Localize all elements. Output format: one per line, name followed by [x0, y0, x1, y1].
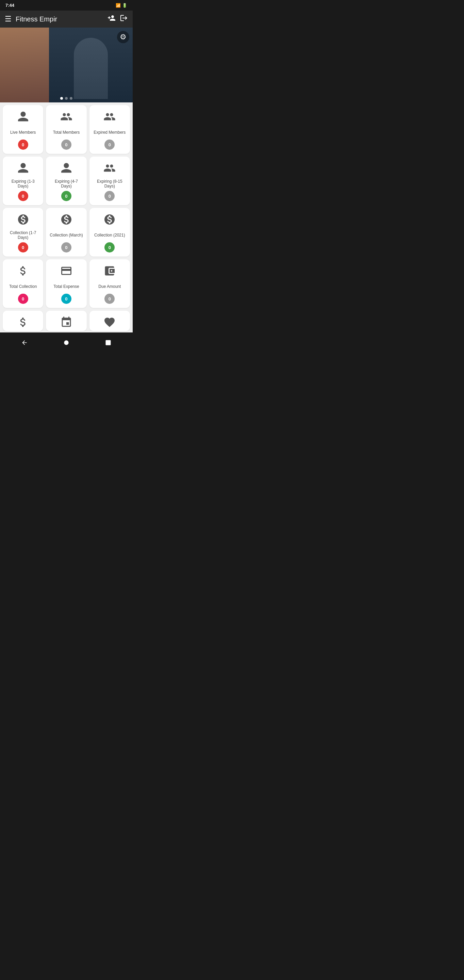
time: 7:44 — [5, 3, 14, 8]
expiring-4-7-label: Expiring (4-7 Days) — [49, 179, 83, 189]
total-members-icon — [60, 111, 73, 124]
live-members-label: Live Members — [10, 127, 36, 137]
card-collection-1-7[interactable]: Collection (1-7 Days) 0 — [3, 208, 43, 256]
dashboard-grid: Live Members 0 Total Members 0 Expired M… — [0, 102, 133, 311]
collection-2021-label: Collection (2021) — [94, 230, 125, 240]
due-amount-icon — [103, 265, 116, 279]
dot-3 — [70, 97, 73, 100]
total-expense-badge: 0 — [61, 294, 72, 304]
collection-march-badge: 0 — [61, 242, 72, 253]
bottom-navigation — [0, 332, 133, 353]
back-button[interactable] — [18, 336, 31, 350]
card-extra-3[interactable] — [89, 311, 130, 331]
banner: ⚙ — [0, 27, 133, 102]
dot-1 — [60, 97, 63, 100]
total-expense-label: Total Expense — [53, 282, 79, 292]
due-amount-label: Due Amount — [98, 282, 121, 292]
card-expiring-1-3[interactable]: Expiring (1-3 Days) 0 — [3, 156, 43, 205]
svg-point-0 — [64, 340, 68, 345]
due-amount-badge: 0 — [105, 294, 114, 304]
card-expiring-4-7[interactable]: Expiring (4-7 Days) 0 — [46, 156, 86, 205]
expiring-8-15-badge: 0 — [105, 191, 114, 201]
card-collection-2021[interactable]: Collection (2021) 0 — [89, 208, 130, 256]
live-members-icon — [17, 111, 29, 124]
card-total-expense[interactable]: Total Expense 0 — [46, 259, 86, 308]
card-collection-march[interactable]: Collection (March) 0 — [46, 208, 86, 256]
total-collection-label: Total Collection — [9, 282, 37, 292]
expiring-8-15-label: Expiring (8-15 Days) — [93, 179, 127, 189]
live-members-badge: 0 — [18, 140, 28, 150]
card-due-amount[interactable]: Due Amount 0 — [89, 259, 130, 308]
add-user-icon[interactable] — [108, 14, 116, 24]
settings-icon[interactable]: ⚙ — [117, 31, 129, 43]
bottom-row-partial — [0, 311, 133, 332]
card-live-members[interactable]: Live Members 0 — [3, 105, 43, 154]
collection-2021-icon — [103, 213, 116, 227]
card-extra-1[interactable] — [3, 311, 43, 331]
expired-members-icon — [103, 111, 116, 124]
expiring-4-7-badge: 0 — [61, 191, 72, 201]
total-collection-icon — [17, 265, 29, 279]
recents-button[interactable] — [102, 336, 115, 350]
total-members-badge: 0 — [61, 140, 72, 150]
banner-figure — [74, 38, 108, 99]
dot-2 — [65, 97, 68, 100]
collection-march-label: Collection (March) — [50, 230, 83, 240]
expired-members-label: Expired Members — [94, 127, 126, 137]
app-title: Fitness Empir — [16, 15, 103, 23]
extra-3-icon — [103, 316, 116, 330]
top-nav: ☰ Fitness Empir — [0, 11, 133, 27]
home-button[interactable] — [60, 336, 73, 350]
card-expired-members[interactable]: Expired Members 0 — [89, 105, 130, 154]
banner-dots — [60, 97, 73, 100]
collection-1-7-label: Collection (1-7 Days) — [6, 230, 40, 240]
logout-icon[interactable] — [120, 14, 128, 24]
status-bar: 7:44 📶 🔋 — [0, 0, 133, 11]
collection-1-7-badge: 0 — [18, 242, 28, 253]
expiring-8-15-icon — [103, 162, 116, 176]
svg-rect-1 — [106, 340, 111, 345]
menu-icon[interactable]: ☰ — [5, 14, 11, 24]
collection-2021-badge: 0 — [105, 242, 114, 253]
card-extra-2[interactable] — [46, 311, 86, 331]
status-icons: 📶 🔋 — [116, 3, 127, 8]
total-collection-badge: 0 — [18, 294, 28, 304]
banner-left-panel — [0, 27, 49, 102]
collection-march-icon — [60, 213, 73, 227]
card-total-members[interactable]: Total Members 0 — [46, 105, 86, 154]
card-expiring-8-15[interactable]: Expiring (8-15 Days) 0 — [89, 156, 130, 205]
expiring-1-3-icon — [17, 162, 29, 176]
card-total-collection[interactable]: Total Collection 0 — [3, 259, 43, 308]
expiring-1-3-label: Expiring (1-3 Days) — [6, 179, 40, 189]
collection-1-7-icon — [17, 213, 29, 227]
total-expense-icon — [60, 265, 73, 279]
expiring-4-7-icon — [60, 162, 73, 176]
extra-2-icon — [60, 316, 73, 330]
total-members-label: Total Members — [53, 127, 80, 137]
extra-1-icon — [17, 316, 29, 330]
expired-members-badge: 0 — [105, 140, 114, 150]
expiring-1-3-badge: 0 — [18, 191, 28, 201]
